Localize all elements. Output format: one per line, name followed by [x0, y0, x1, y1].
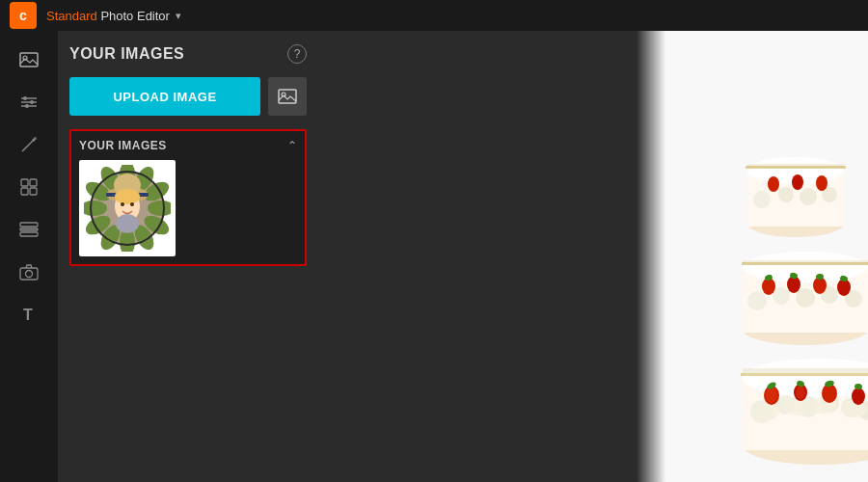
svg-rect-16 — [21, 188, 28, 195]
strip-icon — [18, 219, 40, 240]
svg-rect-17 — [30, 188, 37, 195]
cake-preview — [637, 31, 868, 482]
svg-point-45 — [121, 202, 124, 206]
text-icon: T — [18, 304, 40, 325]
svg-rect-0 — [20, 53, 38, 67]
svg-point-55 — [743, 252, 868, 282]
svg-rect-103 — [742, 262, 868, 265]
svg-rect-105 — [637, 31, 665, 482]
svg-point-94 — [800, 188, 817, 205]
thumbnail-image — [84, 165, 171, 252]
your-images-section: YOUR IMAGES ⌃ — [69, 129, 307, 266]
svg-rect-104 — [746, 166, 846, 169]
sidebar-item-magic[interactable] — [10, 125, 48, 164]
svg-point-44 — [115, 189, 140, 204]
icon-bar: T — [0, 31, 58, 482]
svg-point-7 — [25, 104, 29, 108]
svg-point-93 — [778, 187, 794, 202]
svg-point-72 — [852, 388, 865, 405]
images-icon — [18, 49, 40, 70]
panel-header: YOUR IMAGES ? — [69, 44, 307, 64]
svg-point-5 — [23, 96, 27, 100]
topbar: c Standard Photo Editor ▾ — [0, 0, 868, 31]
svg-point-80 — [773, 287, 790, 305]
svg-line-8 — [22, 143, 31, 151]
help-button[interactable]: ? — [287, 44, 307, 64]
sidebar-item-layers[interactable] — [10, 210, 48, 249]
svg-rect-21 — [20, 268, 38, 280]
panel-title: YOUR IMAGES — [69, 45, 184, 63]
svg-point-73 — [766, 388, 777, 403]
sidebar-item-camera[interactable] — [10, 253, 48, 291]
svg-rect-99 — [743, 368, 868, 373]
svg-rect-102 — [741, 373, 868, 376]
svg-point-46 — [130, 202, 134, 206]
svg-rect-18 — [20, 223, 38, 227]
svg-point-74 — [796, 386, 805, 399]
title-dropdown-chevron[interactable]: ▾ — [176, 10, 181, 22]
camera-icon — [18, 261, 40, 282]
svg-point-81 — [796, 288, 815, 308]
svg-point-6 — [30, 100, 34, 104]
images-section-header: YOUR IMAGES ⌃ — [79, 139, 297, 152]
grid-icon — [18, 176, 40, 198]
svg-text:T: T — [23, 307, 33, 323]
image-source-button[interactable] — [268, 77, 307, 116]
images-section-title: YOUR IMAGES — [79, 139, 167, 152]
image-grid — [79, 160, 297, 256]
images-panel: YOUR IMAGES ? UPLOAD IMAGE YOUR IMAGES ⌃ — [58, 31, 318, 482]
svg-rect-24 — [279, 90, 296, 103]
app-title: Standard Photo Editor — [46, 9, 170, 23]
svg-point-47 — [116, 214, 139, 233]
svg-rect-15 — [30, 179, 37, 186]
sliders-icon — [18, 92, 40, 113]
images-section-collapse-button[interactable]: ⌃ — [287, 139, 297, 152]
main-content: T YOUR IMAGES ? UPLOAD IMAGE YOUR IMAGES — [0, 31, 868, 482]
svg-rect-14 — [21, 179, 28, 186]
svg-point-79 — [747, 291, 767, 310]
upload-row: UPLOAD IMAGE — [69, 77, 307, 116]
svg-point-98 — [816, 175, 827, 191]
svg-point-96 — [768, 176, 779, 192]
image-thumbnail-item[interactable] — [79, 160, 176, 256]
svg-rect-19 — [20, 228, 38, 230]
image-source-icon — [278, 89, 297, 104]
svg-rect-20 — [20, 232, 38, 236]
sidebar-item-text[interactable]: T — [10, 295, 48, 334]
cake-image — [637, 31, 868, 482]
sidebar-item-images[interactable] — [10, 40, 48, 79]
sidebar-item-elements[interactable] — [10, 168, 48, 206]
svg-point-97 — [792, 174, 803, 190]
app-logo[interactable]: c — [10, 2, 37, 29]
magic-icon — [18, 134, 40, 155]
svg-point-92 — [753, 191, 771, 208]
canvas-area[interactable] — [318, 31, 868, 482]
upload-image-button[interactable]: UPLOAD IMAGE — [69, 77, 260, 116]
svg-point-22 — [26, 271, 33, 278]
sidebar-item-adjustments[interactable] — [10, 83, 48, 121]
